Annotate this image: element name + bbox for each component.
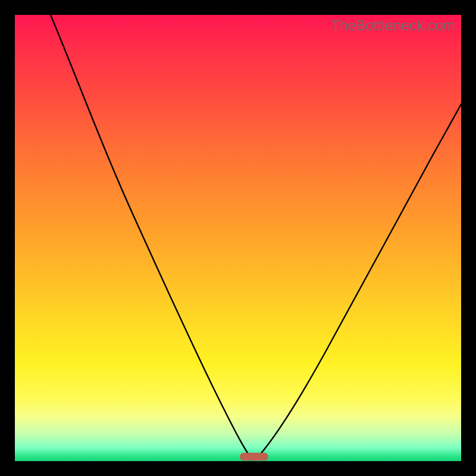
bottleneck-curve [15, 15, 461, 461]
plot-area: TheBottleneck.com [15, 15, 461, 461]
chart-frame: TheBottleneck.com [0, 0, 476, 476]
optimum-marker [240, 453, 268, 461]
